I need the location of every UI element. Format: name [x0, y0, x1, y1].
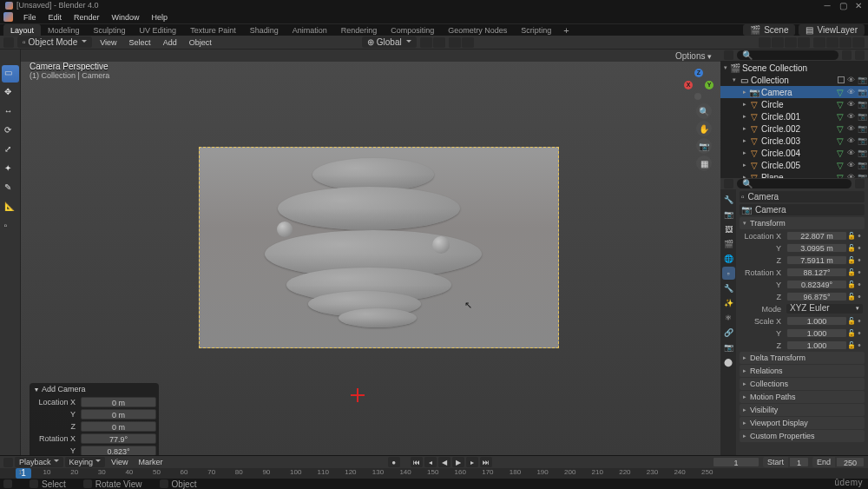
- outliner-item[interactable]: ▸▽Circle.002▽👁📷: [720, 122, 868, 135]
- location-x-field[interactable]: 22.807 m: [786, 231, 847, 241]
- section-viewport-display[interactable]: Viewport Display: [740, 417, 865, 429]
- section-delta[interactable]: Delta Transform: [740, 352, 865, 364]
- overlay-icon[interactable]: [785, 37, 797, 48]
- eye-icon[interactable]: 👁: [847, 112, 858, 121]
- outliner-item[interactable]: ▸▽Plane▽👁📷: [720, 171, 868, 178]
- measure-tool[interactable]: 📐: [2, 199, 19, 216]
- eye-icon[interactable]: 👁: [847, 76, 858, 84]
- eye-icon[interactable]: 👁: [847, 124, 858, 133]
- workspace-tab-texture-paint[interactable]: Texture Paint: [183, 24, 243, 36]
- outliner-item[interactable]: ▸📷Camera▽👁📷: [720, 86, 868, 98]
- options-icon[interactable]: [855, 179, 865, 188]
- camera-frame[interactable]: [199, 147, 559, 348]
- timeline-view-menu[interactable]: View: [107, 458, 132, 466]
- section-relations[interactable]: Relations: [740, 365, 865, 377]
- outliner-collection[interactable]: ▾ ▭ Collection 👁 📷: [720, 74, 868, 86]
- operator-value-field[interactable]: 0 m: [81, 421, 156, 432]
- location-z-field[interactable]: 7.5911 m: [786, 255, 847, 265]
- render-icon[interactable]: 📷: [858, 100, 868, 109]
- shading-solid-icon[interactable]: [826, 37, 838, 48]
- keying-menu[interactable]: Keying: [65, 457, 106, 467]
- navigation-gizmo[interactable]: X Y Z: [684, 69, 713, 98]
- editor-type-icon[interactable]: [724, 50, 733, 60]
- render-icon[interactable]: 📷: [858, 88, 868, 96]
- rotate-tool[interactable]: ⟳: [2, 122, 19, 140]
- close-button[interactable]: ✕: [854, 2, 863, 10]
- eye-icon[interactable]: 👁: [847, 88, 858, 96]
- mode-dropdown[interactable]: ▫ Object Mode: [17, 36, 92, 48]
- tab-physics-icon[interactable]: ⚛: [722, 311, 735, 324]
- jump-end-icon[interactable]: ⏭: [480, 457, 492, 467]
- keyframe-prev-icon[interactable]: ◂: [424, 457, 437, 467]
- lock-icon[interactable]: 🔓: [847, 329, 856, 337]
- tab-world-icon[interactable]: 🌐: [722, 252, 735, 265]
- snap-type-icon[interactable]: [433, 37, 445, 48]
- render-icon[interactable]: 📷: [858, 161, 868, 169]
- render-icon[interactable]: 📷: [858, 149, 868, 157]
- menu-help[interactable]: Help: [147, 13, 174, 22]
- current-frame-field[interactable]: 1: [713, 457, 760, 467]
- operator-value-field[interactable]: 0 m: [81, 397, 156, 407]
- render-icon[interactable]: 📷: [858, 112, 868, 121]
- tab-viewlayer-icon[interactable]: 🖼: [722, 222, 735, 235]
- proportional-icon[interactable]: [449, 37, 461, 48]
- add-workspace-button[interactable]: +: [558, 25, 574, 36]
- viewlayer-selector[interactable]: ▤ ViewLayer: [799, 24, 865, 36]
- menu-file[interactable]: File: [18, 13, 42, 22]
- workspace-tab-layout[interactable]: Layout: [3, 24, 41, 36]
- orientation-dropdown[interactable]: ⊕ Global: [362, 36, 417, 48]
- scene-selector[interactable]: 🎬 Scene: [743, 24, 795, 36]
- play-reverse-icon[interactable]: ◀: [438, 457, 450, 467]
- lock-icon[interactable]: 🔓: [847, 341, 856, 349]
- section-visibility[interactable]: Visibility: [740, 404, 865, 416]
- properties-search[interactable]: 🔍: [737, 179, 852, 188]
- outliner[interactable]: ▾ 🎬 Scene Collection ▾ ▭ Collection 👁 📷 …: [720, 62, 868, 178]
- snap-group[interactable]: [420, 37, 445, 48]
- select-box-tool[interactable]: ▭: [2, 65, 19, 83]
- new-collection-icon[interactable]: [855, 50, 865, 60]
- outliner-item[interactable]: ▸▽Circle▽👁📷: [720, 98, 868, 110]
- overlay-icon[interactable]: [772, 37, 784, 48]
- operator-panel[interactable]: Add Camera Location X0 mY0 mZ0 mRotation…: [30, 383, 159, 455]
- workspace-tab-scripting[interactable]: Scripting: [514, 24, 558, 36]
- lock-icon[interactable]: 🔓: [847, 256, 856, 264]
- eye-icon[interactable]: 👁: [847, 149, 858, 157]
- outliner-item[interactable]: ▸▽Circle.001▽👁📷: [720, 110, 868, 122]
- workspace-tab-sculpting[interactable]: Sculpting: [87, 24, 133, 36]
- section-transform[interactable]: Transform: [740, 217, 865, 229]
- menu-window[interactable]: Window: [107, 13, 145, 22]
- workspace-tab-compositing[interactable]: Compositing: [384, 24, 441, 36]
- menu-edit[interactable]: Edit: [43, 13, 68, 22]
- snap-icon[interactable]: [420, 37, 432, 48]
- tab-material-icon[interactable]: ⬤: [722, 355, 735, 368]
- proportional-type-icon[interactable]: [462, 37, 474, 48]
- cursor-tool[interactable]: ✥: [2, 84, 19, 102]
- rotation-z-field[interactable]: 96.875°: [786, 292, 847, 301]
- annotate-tool[interactable]: ✎: [2, 180, 19, 197]
- zoom-icon[interactable]: 🔍: [696, 103, 712, 119]
- tab-modifier-icon[interactable]: 🔧: [722, 281, 735, 294]
- jump-start-icon[interactable]: ⏮: [411, 457, 423, 467]
- workspace-tab-modeling[interactable]: Modeling: [41, 24, 87, 36]
- pan-icon[interactable]: ✋: [696, 121, 712, 136]
- play-icon[interactable]: ▶: [452, 457, 464, 467]
- tab-render-icon[interactable]: 🔧: [722, 193, 735, 206]
- workspace-tab-rendering[interactable]: Rendering: [334, 24, 385, 36]
- keyframe-next-icon[interactable]: ▸: [466, 457, 478, 467]
- properties-breadcrumb[interactable]: ▫ Camera: [740, 191, 865, 202]
- maximize-button[interactable]: ▢: [838, 2, 847, 10]
- filter-icon[interactable]: [842, 50, 852, 60]
- operator-value-field[interactable]: 77.9°: [81, 433, 156, 444]
- autokey-icon[interactable]: ●: [388, 457, 400, 467]
- exclude-checkbox[interactable]: [838, 76, 845, 83]
- rotation-mode-dropdown[interactable]: XYZ Euler: [786, 304, 863, 314]
- eye-icon[interactable]: 👁: [847, 136, 858, 145]
- section-custom-props[interactable]: Custom Properties: [740, 430, 865, 442]
- camera-view-icon[interactable]: 📷: [696, 138, 712, 154]
- lock-icon[interactable]: 🔓: [847, 232, 856, 240]
- end-frame-field[interactable]: 250: [836, 457, 865, 467]
- minimize-button[interactable]: ─: [823, 2, 832, 10]
- timeline-marker-menu[interactable]: Marker: [134, 458, 167, 466]
- eye-icon[interactable]: 👁: [847, 161, 858, 169]
- blender-logo-icon[interactable]: [3, 12, 13, 22]
